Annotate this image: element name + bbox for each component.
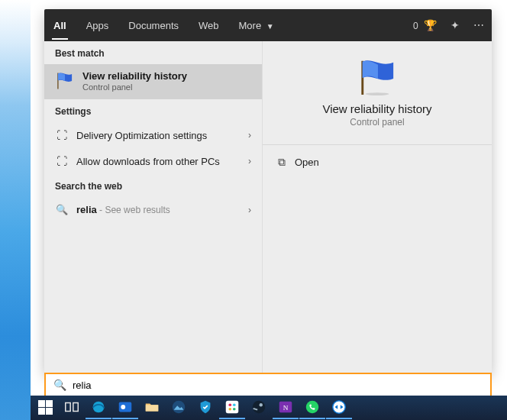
flag-icon	[55, 72, 75, 90]
taskbar-app-photos[interactable]	[166, 396, 192, 419]
tab-web[interactable]: Web	[197, 11, 221, 40]
settings-item-allow-downloads[interactable]: ⛶ Allow downloads from other PCs ›	[44, 148, 262, 174]
chevron-right-icon: ›	[248, 130, 251, 141]
chevron-right-icon: ›	[248, 156, 251, 166]
preview-title: View reliability history	[270, 102, 484, 115]
results-left-pane: Best match View reliability history Cont…	[44, 41, 263, 373]
svg-point-3	[93, 402, 105, 413]
task-view-button[interactable]	[59, 396, 85, 419]
taskbar-app-teamviewer[interactable]	[326, 396, 352, 419]
chevron-right-icon: ›	[248, 205, 251, 215]
taskbar-app-edge[interactable]	[86, 396, 111, 419]
search-icon: 🔍	[55, 204, 69, 215]
desktop-edge	[0, 0, 31, 420]
section-best-match: Best match	[44, 41, 262, 64]
open-label: Open	[295, 157, 319, 168]
best-match-title: View reliability history	[82, 70, 187, 82]
svg-rect-6	[146, 405, 159, 411]
svg-point-17	[306, 401, 319, 414]
svg-point-11	[228, 408, 231, 411]
search-input[interactable]	[73, 380, 484, 391]
chevron-down-icon: ▼	[266, 22, 274, 31]
svg-text:N: N	[283, 404, 289, 412]
svg-rect-8	[226, 401, 239, 414]
preview-pane: View reliability history Control panel ⧉…	[263, 41, 492, 373]
svg-point-13	[253, 401, 266, 414]
svg-point-10	[233, 403, 236, 406]
best-match-item[interactable]: View reliability history Control panel	[44, 64, 262, 99]
section-search-web: Search the web	[44, 174, 262, 197]
open-icon: ⧉	[278, 156, 286, 169]
tab-apps[interactable]: Apps	[85, 11, 111, 40]
settings-item-label: Allow downloads from other PCs	[76, 156, 241, 167]
tab-documents[interactable]: Documents	[127, 11, 180, 40]
trophy-icon: 🏆	[424, 19, 437, 31]
open-action[interactable]: ⧉ Open	[267, 148, 487, 176]
svg-point-14	[260, 403, 263, 406]
svg-rect-1	[66, 403, 70, 412]
taskbar-app-onenote[interactable]: N	[273, 396, 299, 419]
taskbar-app-file-explorer[interactable]	[139, 396, 165, 419]
more-options-icon[interactable]: ⋯	[473, 19, 484, 31]
settings-item-label: Delivery Optimization settings	[76, 130, 241, 141]
best-match-subtitle: Control panel	[82, 82, 187, 92]
tab-all[interactable]: All	[52, 11, 68, 40]
svg-point-0	[366, 92, 389, 95]
tab-more[interactable]: More ▼	[237, 11, 276, 40]
taskbar-app-whatsapp[interactable]	[299, 396, 325, 419]
svg-point-5	[121, 405, 125, 409]
search-icon: 🔍	[53, 379, 66, 391]
flag-icon	[355, 58, 399, 96]
tab-more-label: More	[239, 20, 262, 31]
settings-item-delivery-optimization[interactable]: ⛶ Delivery Optimization settings ›	[44, 122, 262, 148]
svg-point-9	[228, 403, 231, 406]
start-button[interactable]	[32, 396, 58, 419]
web-result-item[interactable]: 🔍 relia - See web results ›	[44, 197, 262, 222]
search-tabs: All Apps Documents Web More ▼ 0 🏆 ✦ ⋯	[44, 9, 492, 41]
taskbar-app-outlook[interactable]	[112, 396, 138, 419]
search-panel: All Apps Documents Web More ▼ 0 🏆 ✦ ⋯ Be…	[44, 9, 492, 373]
taskbar-app-slack[interactable]	[219, 396, 245, 419]
taskbar: N	[31, 396, 507, 420]
search-box[interactable]: 🔍	[44, 373, 492, 397]
rewards-points[interactable]: 0 🏆	[413, 19, 437, 31]
feedback-icon[interactable]: ✦	[450, 19, 460, 31]
svg-point-12	[233, 408, 236, 411]
web-result-label: relia - See web results	[76, 204, 241, 215]
taskbar-app-security[interactable]	[192, 396, 218, 419]
section-settings: Settings	[44, 99, 262, 122]
svg-rect-2	[73, 403, 78, 412]
taskbar-app-steam[interactable]	[246, 396, 272, 419]
settings-icon: ⛶	[55, 129, 69, 141]
preview-subtitle: Control panel	[270, 117, 484, 128]
settings-icon: ⛶	[55, 155, 69, 167]
